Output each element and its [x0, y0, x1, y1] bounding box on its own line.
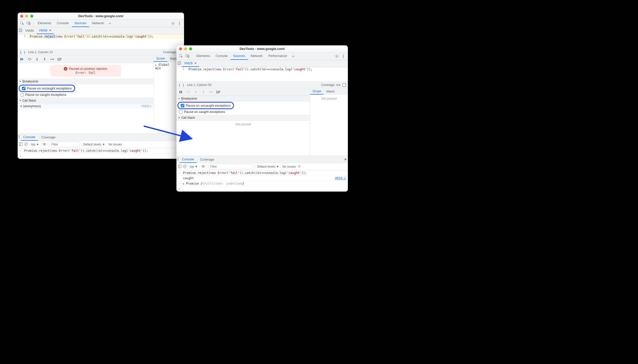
- live-expression-icon[interactable]: [201, 165, 205, 168]
- close-drawer-icon[interactable]: ✕: [344, 158, 347, 161]
- tab-sources[interactable]: Sources: [231, 52, 248, 60]
- scope-tab[interactable]: Scope: [154, 55, 167, 62]
- log-levels-selector[interactable]: Default levels ▼: [83, 143, 105, 146]
- breakpoints-section-header[interactable]: ▼ Breakpoints: [176, 96, 310, 101]
- editor-statusbar: { } Line 1, Column 13 Coverage: n/a: [18, 49, 184, 55]
- pretty-print-icon[interactable]: { }: [20, 50, 25, 54]
- context-selector[interactable]: top ▼: [190, 165, 198, 168]
- more-tabs-icon[interactable]: »: [107, 20, 113, 26]
- file-tab-vm29[interactable]: VM29 ✕: [182, 60, 199, 67]
- svg-point-47: [178, 159, 178, 160]
- close-window-button[interactable]: [179, 47, 182, 50]
- step-out-icon[interactable]: [42, 56, 47, 62]
- live-expression-icon[interactable]: [42, 143, 46, 146]
- file-tab-vm30[interactable]: VM30: [23, 27, 36, 34]
- close-window-button[interactable]: [20, 15, 23, 18]
- bp-pause-caught[interactable]: Pause on caught exceptions: [177, 109, 309, 114]
- context-selector[interactable]: top ▼: [31, 143, 39, 146]
- pause-icon[interactable]: [178, 89, 184, 95]
- svg-point-16: [50, 59, 51, 59]
- kebab-menu-icon[interactable]: [176, 20, 183, 26]
- close-tab-icon[interactable]: ✕: [194, 61, 197, 65]
- console-sidebar-toggle-icon[interactable]: [19, 142, 23, 147]
- issues-button[interactable]: No Issues: [282, 165, 296, 168]
- deactivate-breakpoints-icon[interactable]: [57, 56, 63, 62]
- zoom-window-button[interactable]: [189, 47, 192, 50]
- step-icon[interactable]: [49, 56, 55, 62]
- breakpoints-section-header[interactable]: ▼ Breakpoints: [18, 79, 154, 84]
- code-editor[interactable]: 1 Promise.reject(new Error('fail')).catc…: [176, 67, 348, 82]
- current-frame-icon: ➔: [20, 104, 22, 108]
- device-toggle-icon[interactable]: [26, 20, 32, 26]
- checkbox[interactable]: [181, 104, 184, 107]
- zoom-window-button[interactable]: [30, 15, 33, 18]
- code-editor[interactable]: 1 Promise.reject(new Error('fail')).catc…: [18, 34, 184, 49]
- svg-point-6: [179, 24, 180, 25]
- scope-tab[interactable]: Scope: [310, 88, 324, 95]
- clear-console-icon[interactable]: [24, 142, 28, 147]
- traffic-lights: [20, 15, 33, 18]
- callstack-section-header[interactable]: ▼ Call Stack: [176, 115, 310, 120]
- pretty-print-icon[interactable]: { }: [178, 83, 184, 87]
- watch-tab[interactable]: Watch: [324, 88, 337, 95]
- tab-performance[interactable]: Performance: [266, 52, 289, 60]
- more-tabs-icon[interactable]: »: [290, 53, 296, 59]
- file-tab-vm39[interactable]: VM39 ✕: [37, 27, 54, 34]
- kebab-menu-icon[interactable]: [340, 53, 346, 59]
- tab-network[interactable]: Network: [89, 20, 107, 27]
- checkbox[interactable]: [22, 87, 25, 90]
- svg-line-24: [25, 143, 27, 145]
- svg-point-19: [19, 137, 20, 137]
- drawer-tab-coverage[interactable]: Coverage: [39, 134, 58, 141]
- inspect-element-icon[interactable]: [178, 53, 184, 59]
- drawer-tab-console[interactable]: Console: [179, 156, 197, 163]
- tab-console[interactable]: Console: [54, 20, 71, 27]
- navigator-toggle-icon[interactable]: [177, 61, 181, 66]
- bp-pause-uncaught[interactable]: Pause on uncaught exceptions: [179, 103, 232, 108]
- close-tab-icon[interactable]: ✕: [49, 28, 52, 32]
- drawer-tab-coverage[interactable]: Coverage: [198, 156, 217, 163]
- checkbox[interactable]: [20, 93, 24, 97]
- gear-icon[interactable]: [334, 53, 340, 59]
- console-prompt[interactable]: ›: [18, 154, 184, 159]
- issues-button[interactable]: No Issues: [108, 143, 122, 146]
- console-prompt[interactable]: ›: [176, 186, 348, 192]
- source-link[interactable]: VM29:1: [335, 176, 346, 180]
- log-levels-selector[interactable]: Default levels ▼: [257, 165, 279, 168]
- gear-icon[interactable]: [170, 20, 176, 26]
- kebab-menu-icon[interactable]: [177, 157, 178, 162]
- minimize-window-button[interactable]: [184, 47, 187, 50]
- tab-sources[interactable]: Sources: [72, 20, 89, 27]
- navigator-toggle-icon[interactable]: [19, 28, 22, 33]
- callstack-section-header[interactable]: ▼ Call Stack: [18, 98, 154, 103]
- clear-console-icon[interactable]: [183, 165, 187, 169]
- tab-network[interactable]: Network: [248, 52, 265, 60]
- svg-point-4: [179, 22, 180, 22]
- filter-input[interactable]: [50, 142, 80, 147]
- console-settings-icon[interactable]: [297, 165, 301, 169]
- deactivate-breakpoints-icon[interactable]: [216, 89, 221, 95]
- bp-pause-uncaught[interactable]: Pause on uncaught exceptions: [20, 86, 73, 91]
- console-output: › Promise.reject(new Error('fail')).catc…: [176, 170, 348, 192]
- console-sidebar-toggle-icon[interactable]: [178, 165, 181, 169]
- callstack-frame[interactable]: ➔(anonymous) VM39:1: [18, 103, 154, 109]
- tab-elements[interactable]: Elements: [194, 52, 212, 60]
- tab-console[interactable]: Console: [213, 52, 230, 60]
- kebab-menu-icon[interactable]: [19, 135, 20, 139]
- filter-input[interactable]: [208, 164, 254, 169]
- device-toggle-icon[interactable]: [185, 53, 191, 59]
- source-map-icon[interactable]: [342, 83, 346, 87]
- checkbox[interactable]: [179, 110, 183, 114]
- inspect-element-icon[interactable]: [19, 20, 25, 26]
- step-over-icon[interactable]: [27, 56, 32, 62]
- svg-point-38: [188, 93, 189, 93]
- file-tabs: VM29 ✕: [176, 60, 348, 67]
- resume-icon[interactable]: [19, 56, 25, 62]
- tab-elements[interactable]: Elements: [35, 20, 54, 27]
- disclosure-triangle-icon: ▼: [19, 99, 21, 102]
- minimize-window-button[interactable]: [25, 15, 28, 18]
- svg-point-26: [44, 144, 45, 145]
- bp-pause-caught[interactable]: Pause on caught exceptions: [19, 92, 153, 97]
- step-into-icon[interactable]: [34, 56, 40, 62]
- drawer-tab-console[interactable]: Console: [21, 134, 38, 141]
